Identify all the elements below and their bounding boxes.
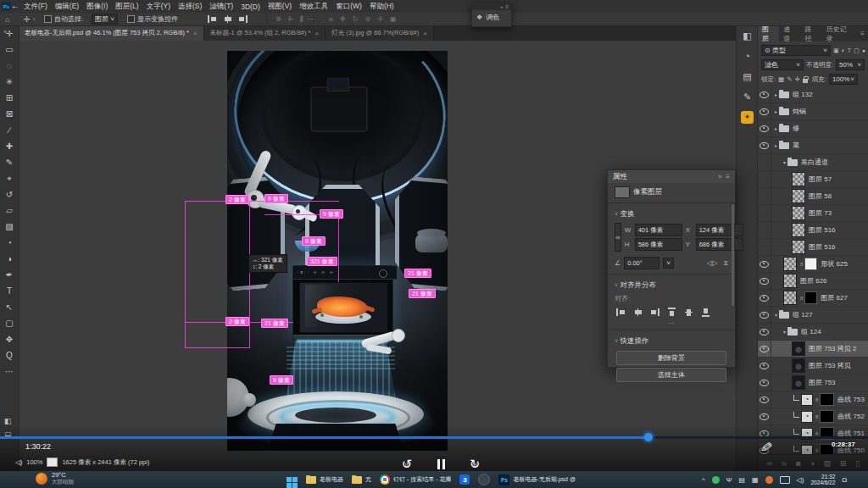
clock-panel-icon[interactable]: ◔ [737, 46, 758, 66]
visibility-eye-icon[interactable] [760, 380, 769, 386]
layer-row[interactable]: 图层 58 [758, 188, 868, 205]
lock-all-icon[interactable] [803, 79, 808, 83]
layer-row[interactable]: 图层 753 拷贝 [758, 358, 868, 374]
layer-row[interactable]: ▾组 127 [758, 307, 868, 324]
eyedropper-tool[interactable]: ∕ [0, 122, 19, 138]
layer-filter-icon[interactable]: ◐ [842, 47, 845, 54]
lock-position-icon[interactable]: ✛ [794, 75, 799, 83]
panel-tab-图层[interactable]: 图层 [758, 25, 779, 42]
layer-row[interactable]: 8形状 625 [758, 256, 868, 273]
visibility-eye-icon[interactable] [760, 312, 769, 319]
forward-30-button[interactable]: ↻30 [466, 456, 483, 473]
back-arrow-icon[interactable]: ← [11, 1, 19, 10]
monitor-icon[interactable] [780, 476, 790, 484]
libraries-panel-icon[interactable]: ▤ [737, 66, 758, 86]
panel-tab-历史记录[interactable]: 历史记录 [822, 25, 857, 42]
layer-row[interactable]: ◔8曲线 752 [758, 408, 868, 425]
menu-item[interactable]: 视图(V) [268, 2, 292, 12]
layer-row[interactable]: 图层 516 [758, 239, 868, 256]
visibility-eye-icon[interactable] [760, 125, 769, 132]
visibility-eye-icon[interactable] [760, 413, 769, 420]
layer-row[interactable]: 图层 626 [758, 273, 868, 290]
layer-row[interactable]: 图层 753 [758, 374, 868, 391]
video-progress-bar[interactable] [0, 436, 868, 439]
layer-row[interactable]: ▸炖锅 [758, 103, 868, 120]
lasso-tool[interactable]: ◌ [0, 58, 19, 74]
shape-tool[interactable]: ▢ [0, 315, 19, 331]
marquee-tool[interactable]: ▭ [0, 42, 19, 58]
visibility-eye-icon[interactable] [760, 363, 769, 369]
delete-layer-icon[interactable]: ▯ [855, 459, 860, 468]
align-icon[interactable] [633, 308, 643, 317]
select-subject-button[interactable]: 选择主体 [616, 368, 726, 382]
visibility-eye-icon[interactable] [760, 261, 769, 268]
layer-filter-dropdown[interactable]: ⊙ 类型˅ [761, 45, 831, 56]
taskbar-clock[interactable]: 21:322024/6/22 [810, 474, 835, 485]
lock-pixels-icon[interactable]: ✎ [787, 75, 792, 83]
mini-collapse-icon[interactable]: » [500, 4, 503, 9]
layer-row[interactable]: ◔8曲线 751 [758, 425, 868, 442]
start-button[interactable] [287, 477, 292, 482]
collapse-panel-icon[interactable]: » [718, 173, 721, 180]
angle-dropdown[interactable]: ˅ [663, 258, 674, 269]
calendar-icon[interactable]: ▦ [752, 476, 759, 484]
panel-menu-icon[interactable]: ≡ [726, 173, 730, 180]
layer-row[interactable]: ▸组 132 [758, 86, 868, 103]
visibility-eye-icon[interactable] [760, 295, 769, 302]
menu-item[interactable]: 图层(L) [115, 2, 138, 12]
more-options-icon[interactable]: ··· [307, 13, 314, 25]
toolbar-collapse-icon[interactable]: » [3, 28, 7, 36]
distribute-center-icon[interactable]: ⊩ [288, 15, 294, 23]
layer-row[interactable]: 图层 73 [758, 205, 868, 222]
brush-tool[interactable]: ✎ [0, 154, 19, 170]
taskbar-app-folder-yuan[interactable]: 元 [352, 475, 371, 484]
video-progress-handle[interactable] [644, 433, 653, 441]
distribute-left-icon[interactable]: ⊪ [276, 15, 282, 23]
dodge-tool[interactable]: ◑ [0, 251, 19, 267]
menu-item[interactable]: 图像(I) [86, 2, 108, 12]
add-mask-icon[interactable]: ◙ [796, 459, 800, 468]
canvas-artwork[interactable]: ∙≡∙∙ ⊹ ⊹ ⊹ [227, 51, 448, 451]
layer-row[interactable]: ▸菜 [758, 137, 868, 154]
menu-item[interactable]: 帮助(H) [370, 2, 394, 12]
zoom-tool[interactable]: Q [0, 347, 19, 363]
adjustment-layer-icon[interactable]: ◑ [810, 459, 814, 468]
taskbar-app-folder-robam[interactable]: 老板电器 [306, 475, 343, 484]
close-tab-icon[interactable]: × [315, 30, 320, 37]
object-selection-tool[interactable]: ✳ [0, 74, 19, 90]
align-more-icon[interactable]: ··· [608, 319, 735, 327]
align-icon[interactable] [223, 14, 232, 24]
visibility-eye-icon[interactable] [760, 329, 769, 336]
y-field[interactable]: 686 像素 [696, 238, 743, 251]
blend-mode-dropdown[interactable]: 滤色˅ [761, 59, 804, 70]
flip-vertical-icon[interactable]: ⧖ [723, 259, 728, 268]
menu-item[interactable]: 滤镜(T) [209, 2, 233, 12]
taskbar-app-chrome[interactable]: 钉钉 - 搜索结果 - 花瓣 [380, 474, 451, 485]
layer-row[interactable]: ▾黑白通道 [758, 154, 868, 171]
crop-tool[interactable]: ⊞ [0, 90, 19, 106]
document-tab[interactable]: 未标题-1 @ 53.4% (组 2, RGB/8#) *× [204, 25, 326, 41]
firefox-icon[interactable] [765, 476, 773, 484]
align-icon[interactable] [701, 308, 710, 317]
visibility-eye-icon[interactable] [760, 142, 769, 149]
layer-filter-icon[interactable]: ▣ [833, 47, 839, 54]
taskbar-app-app-dark[interactable] [478, 474, 490, 485]
height-field[interactable]: 586 像素 [635, 238, 682, 251]
wechat-icon[interactable] [712, 476, 720, 484]
mini-panel-label[interactable]: 调色 [486, 13, 499, 22]
layer-row[interactable]: 图层 57 [758, 171, 868, 188]
quick-mask-icon[interactable]: ◧ [4, 417, 12, 425]
mic-icon[interactable]: Ψ [726, 476, 732, 484]
hand-tool[interactable]: ✥ [0, 331, 19, 347]
layer-row[interactable]: 图层 753 拷贝 2 [758, 341, 868, 358]
layer-row[interactable]: 8图层 627 [758, 290, 868, 307]
menu-item[interactable]: 文字(Y) [147, 2, 170, 12]
healing-brush-tool[interactable]: ✚ [0, 138, 19, 154]
properties-scrollbar[interactable] [732, 204, 734, 306]
history-brush-tool[interactable]: ↺ [0, 186, 19, 202]
align-icon[interactable] [208, 14, 217, 24]
blur-tool[interactable]: ◔ [0, 235, 19, 251]
layer-filter-icon[interactable]: ▢ [854, 47, 860, 54]
distribute-right-icon[interactable]: ⫼ [300, 15, 303, 24]
notifications-bell-icon[interactable]: Ω [842, 476, 847, 484]
